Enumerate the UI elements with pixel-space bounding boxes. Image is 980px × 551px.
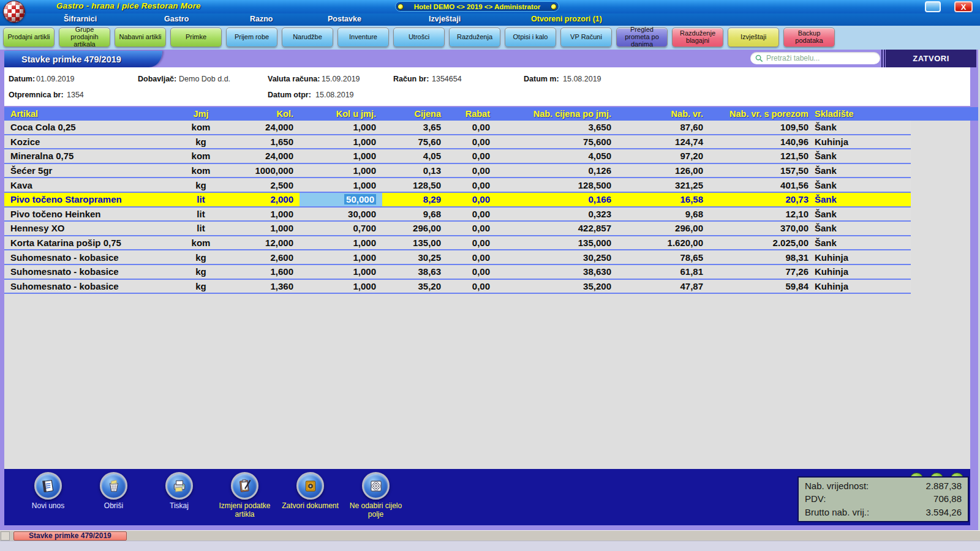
table-cell[interactable]: Suhomesnato - kobasice <box>10 265 182 279</box>
table-cell[interactable]: 1,000 <box>300 280 382 293</box>
table-cell[interactable]: 370,00 <box>709 222 815 235</box>
table-cell[interactable]: 0,00 <box>447 222 496 235</box>
table-cell[interactable]: 75,60 <box>382 135 447 149</box>
zatvori-button[interactable]: ZATVORI <box>886 50 976 67</box>
table-cell[interactable]: Šank <box>815 208 888 221</box>
table-cell[interactable]: 0,00 <box>447 250 496 264</box>
table-cell[interactable]: 38,630 <box>496 265 617 279</box>
table-row[interactable]: Hennesy XOlit1,0000,700296,000,00422,857… <box>4 222 911 236</box>
table-cell[interactable]: Pivo točeno Staropramen <box>10 193 182 206</box>
menu-item-2[interactable]: Gastro <box>164 15 189 23</box>
table-cell[interactable]: 24,000 <box>220 121 300 134</box>
table-cell[interactable]: Korta Katarina pošip 0,75 <box>10 236 182 250</box>
table-cell[interactable]: 1.620,00 <box>617 236 709 250</box>
table-cell[interactable]: 0,00 <box>447 208 496 221</box>
column-header[interactable]: Artikal <box>10 109 182 119</box>
table-cell[interactable]: 20,73 <box>709 193 815 206</box>
table-cell[interactable]: 1,000 <box>220 222 300 235</box>
toolbar-button-8[interactable]: Utrošci <box>393 28 445 47</box>
table-cell[interactable]: Kozice <box>10 135 182 149</box>
table-cell[interactable]: 1,000 <box>220 208 300 221</box>
table-cell[interactable]: 98,31 <box>709 250 815 264</box>
table-cell[interactable]: 296,00 <box>617 222 709 235</box>
table-cell[interactable]: 97,20 <box>617 149 709 163</box>
table-cell[interactable]: 140,96 <box>709 135 815 149</box>
table-row[interactable]: Kozicekg1,6501,00075,600,0075,600124,741… <box>4 135 911 150</box>
table-cell[interactable]: 401,56 <box>709 178 815 192</box>
table-cell[interactable]: kg <box>182 280 220 293</box>
table-cell[interactable]: 296,00 <box>382 222 447 235</box>
action-grid[interactable]: Ne odabiri cijelo polje <box>343 472 409 519</box>
table-row[interactable]: Mineralna 0,75kom24,0001,0004,050,004,05… <box>4 149 911 164</box>
table-cell[interactable]: Šank <box>815 193 888 206</box>
table-cell[interactable]: 38,63 <box>382 265 447 279</box>
table-cell[interactable]: 1,650 <box>220 135 300 149</box>
toolbar-button-12[interactable]: Pregled prometa po danima <box>616 28 668 47</box>
table-cell[interactable]: lit <box>182 222 220 235</box>
table-cell[interactable]: Mineralna 0,75 <box>10 149 182 163</box>
table-cell[interactable]: Suhomesnato - kobasice <box>10 250 182 264</box>
close-button[interactable]: X <box>954 1 973 12</box>
table-search-box[interactable] <box>750 52 880 64</box>
menu-item-3[interactable]: Razno <box>250 15 273 23</box>
toolbar-button-10[interactable]: Otpisi i kalo <box>505 28 556 47</box>
table-cell[interactable]: Pivo točeno Heinken <box>10 208 182 221</box>
table-cell[interactable]: 2,600 <box>220 250 300 264</box>
table-cell[interactable]: 124,74 <box>617 135 709 149</box>
table-cell[interactable]: 24,000 <box>220 149 300 163</box>
table-cell[interactable]: Kuhinja <box>815 265 888 279</box>
column-header[interactable]: Rabat <box>447 109 496 119</box>
table-cell[interactable]: 3,650 <box>496 121 617 134</box>
table-cell[interactable]: 1,000 <box>300 135 382 149</box>
table-row[interactable]: Coca Cola 0,25kom24,0001,0003,650,003,65… <box>4 121 911 135</box>
table-cell[interactable]: 3,65 <box>382 121 447 134</box>
table-cell[interactable]: 1,000 <box>300 121 382 134</box>
table-cell[interactable]: Šank <box>815 178 888 192</box>
table-cell[interactable]: 1,000 <box>300 178 382 192</box>
table-cell[interactable]: 30,25 <box>382 250 447 264</box>
table-cell[interactable]: 61,81 <box>617 265 709 279</box>
table-cell[interactable]: 78,65 <box>617 250 709 264</box>
table-cell[interactable]: kg <box>182 178 220 192</box>
table-cell[interactable]: 2,000 <box>220 193 300 206</box>
table-cell[interactable]: 0,00 <box>447 135 496 149</box>
table-cell[interactable]: 0,00 <box>447 280 496 293</box>
table-row[interactable]: Suhomesnato - kobasicekg1,3601,00035,200… <box>4 280 911 294</box>
table-row[interactable]: Suhomesnato - kobasicekg2,6001,00030,250… <box>4 250 911 265</box>
toolbar-button-5[interactable]: Prijem robe <box>226 28 277 47</box>
table-cell[interactable]: Coca Cola 0,25 <box>10 121 182 134</box>
table-cell[interactable]: 59,84 <box>709 280 815 293</box>
table-cell[interactable]: 1,600 <box>220 265 300 279</box>
table-cell[interactable]: 0,00 <box>447 193 496 206</box>
toolbar-button-11[interactable]: VP Računi <box>560 28 612 47</box>
table-cell[interactable]: Šank <box>815 236 888 250</box>
table-cell[interactable]: 1,000 <box>300 149 382 163</box>
toolbar-button-4[interactable]: Primke <box>170 28 222 47</box>
table-cell[interactable]: 126,00 <box>617 164 709 178</box>
table-cell[interactable]: 9,68 <box>382 208 447 221</box>
menu-item-5[interactable]: Izvještaji <box>429 15 461 23</box>
table-cell[interactable]: 128,50 <box>382 178 447 192</box>
table-cell[interactable]: 77,26 <box>709 265 815 279</box>
column-header[interactable]: Cijena <box>382 109 447 119</box>
action-notepad[interactable]: Novi unos <box>15 472 81 519</box>
table-cell[interactable]: Šank <box>815 222 888 235</box>
table-cell[interactable]: 0,126 <box>496 164 617 178</box>
table-cell[interactable]: 121,50 <box>709 149 815 163</box>
minimize-button[interactable] <box>925 1 941 12</box>
column-header[interactable]: Skladište <box>815 109 888 119</box>
table-cell[interactable]: 109,50 <box>709 121 815 134</box>
search-input[interactable] <box>766 54 875 62</box>
table-cell[interactable]: 30,250 <box>496 250 617 264</box>
toolbar-button-14[interactable]: Izvještaji <box>728 28 779 47</box>
table-cell[interactable]: Kuhinja <box>815 250 888 264</box>
table-cell[interactable]: Šank <box>815 121 888 134</box>
table-cell[interactable]: Suhomesnato - kobasice <box>10 280 182 293</box>
table-cell[interactable]: 1,000 <box>300 250 382 264</box>
table-cell[interactable]: 0,00 <box>447 149 496 163</box>
table-row[interactable]: Pivo točeno Staropramenlit2,00050,0008,2… <box>4 193 911 208</box>
table-cell[interactable]: kg <box>182 265 220 279</box>
table-cell[interactable]: 128,500 <box>496 178 617 192</box>
table-cell[interactable]: Šećer 5gr <box>10 164 182 178</box>
table-cell[interactable]: 12,000 <box>220 236 300 250</box>
